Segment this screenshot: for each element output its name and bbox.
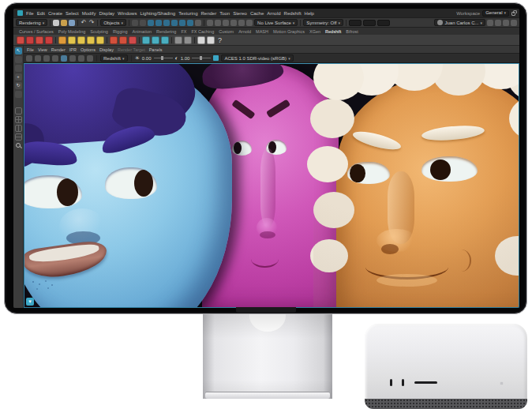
layout-split-pane-icon[interactable] [15, 133, 22, 141]
snap-view-plane-icon[interactable] [163, 20, 170, 26]
rs-help-icon[interactable]: ? [216, 36, 223, 44]
menu-set-dropdown[interactable]: Rendering ▾ [16, 19, 47, 26]
panel-popup-icon[interactable]: ▾ [26, 298, 34, 306]
menu-redshift[interactable]: Redshift [284, 11, 302, 16]
live-surface-dropdown[interactable]: No Live Surface ▾ [254, 19, 298, 26]
menu-display[interactable]: Display [99, 11, 114, 16]
tab-poly-modeling[interactable]: Poly Modeling [58, 29, 86, 34]
rs-area-light-icon[interactable] [68, 36, 76, 44]
gamma-slider[interactable] [192, 58, 211, 58]
input-field-x[interactable] [349, 20, 362, 26]
redo-icon[interactable]: ↷ [88, 20, 95, 26]
select-tool-icon[interactable]: ↖ [15, 47, 22, 54]
menu-render[interactable]: Render [201, 11, 217, 16]
tab-custom[interactable]: Custom [219, 29, 234, 34]
rs-volume-icon[interactable] [142, 36, 150, 44]
tool-settings-toggle-icon[interactable] [503, 20, 509, 26]
menu-texturing[interactable]: Texturing [178, 11, 197, 16]
exposure-value[interactable]: 0.00 [142, 56, 152, 61]
ipr-toggle-icon[interactable] [61, 55, 67, 62]
menu-edit[interactable]: Edit [37, 11, 45, 16]
tab-xgen[interactable]: XGen [309, 29, 320, 34]
rs-material-2-icon[interactable] [26, 36, 34, 44]
rs-material-4-icon[interactable] [45, 36, 53, 44]
layout-outliner-pane-icon[interactable] [15, 125, 22, 132]
selection-mask-dropdown[interactable]: Objects ▾ [100, 19, 126, 26]
tab-mash[interactable]: MASH [256, 29, 268, 34]
lasso-tool-icon[interactable] [15, 56, 22, 63]
panel-menu-render[interactable]: Render [51, 47, 66, 52]
rs-dome-light-icon[interactable] [96, 36, 104, 44]
snap-magnet-icon[interactable] [187, 20, 193, 26]
rs-render-view-icon[interactable] [174, 36, 182, 44]
tab-arnold[interactable]: Arnold [238, 29, 251, 34]
layout-four-pane-icon[interactable] [15, 116, 22, 123]
renderer-dropdown[interactable]: Redshift ▾ [100, 54, 128, 62]
tab-sculpting[interactable]: Sculpting [90, 29, 108, 34]
snap-grid-icon[interactable] [132, 20, 138, 26]
layout-single-pane-icon[interactable] [15, 107, 22, 114]
panel-menu-panels[interactable]: Panels [149, 47, 163, 52]
panel-menu-ipr[interactable]: IPR [69, 47, 77, 52]
rs-curve-icon[interactable] [119, 36, 127, 44]
snap-point-icon[interactable] [148, 20, 154, 26]
exposure-slider[interactable] [154, 58, 173, 58]
menu-create[interactable]: Create [48, 11, 62, 16]
hypershade-icon[interactable] [230, 20, 237, 26]
rs-environment-icon[interactable] [152, 36, 159, 44]
render-settings-icon[interactable] [223, 20, 229, 26]
sync-icon[interactable] [487, 20, 493, 26]
menu-lighting-shading[interactable]: Lighting/Shading [140, 11, 175, 16]
tab-redshift[interactable]: Redshift [325, 29, 341, 34]
rs-render-settings-icon[interactable] [184, 36, 192, 44]
render-current-frame-icon[interactable] [207, 20, 213, 26]
menu-toon[interactable]: Toon [219, 11, 230, 16]
rgb-channels-icon[interactable] [69, 55, 76, 62]
region-render-icon[interactable] [52, 55, 58, 62]
panel-menu-file[interactable]: File [27, 47, 34, 52]
paint-effects-icon[interactable] [246, 20, 253, 26]
input-field-z[interactable] [377, 20, 390, 26]
gamma-value[interactable]: 1.00 [181, 56, 190, 61]
panel-menu-options[interactable]: Options [81, 47, 96, 52]
workspace-dropdown[interactable]: General ▾ [482, 10, 509, 17]
symmetry-dropdown[interactable]: Symmetry: Off ▾ [303, 19, 343, 26]
rs-ies-light-icon[interactable] [58, 36, 66, 44]
save-scene-icon[interactable] [69, 20, 75, 26]
tab-rigging[interactable]: Rigging [113, 29, 128, 34]
tab-motion-graphics[interactable]: Motion Graphics [273, 29, 305, 34]
rs-material-1-icon[interactable] [17, 36, 24, 44]
save-image-icon[interactable] [26, 55, 32, 62]
menu-file[interactable]: File [26, 11, 34, 16]
scale-tool-icon[interactable] [15, 91, 22, 98]
light-editor-icon[interactable] [238, 20, 245, 26]
snap-surface-icon[interactable] [179, 20, 185, 26]
zoom-actual-size-icon[interactable] [87, 55, 93, 62]
undo-icon[interactable]: ↶ [81, 20, 87, 26]
alpha-channel-icon[interactable] [78, 55, 84, 62]
rotate-tool-icon[interactable]: ↻ [15, 82, 22, 89]
construction-history-icon[interactable] [195, 20, 201, 26]
make-live-icon[interactable] [171, 20, 178, 26]
move-tool-icon[interactable]: + [15, 73, 22, 81]
rs-doc-2-icon[interactable] [207, 36, 215, 44]
render-viewport[interactable]: ▾ [24, 63, 519, 308]
menu-stereo[interactable]: Stereo [233, 11, 247, 16]
menu-select[interactable]: Select [66, 11, 79, 16]
rs-ipr-icon[interactable] [129, 36, 137, 44]
menu-help[interactable]: Help [305, 11, 314, 16]
rs-doc-1-icon[interactable] [197, 36, 205, 44]
snap-projected-center-icon[interactable] [155, 20, 162, 26]
tab-rendering[interactable]: Rendering [156, 29, 176, 34]
open-scene-icon[interactable] [61, 20, 67, 26]
rs-spot-light-icon[interactable] [77, 36, 85, 44]
tab-curves-surfaces[interactable]: Curves / Surfaces [19, 29, 54, 34]
open-image-icon[interactable] [35, 55, 41, 62]
ipr-render-icon[interactable] [215, 20, 221, 26]
workspace-lock-icon[interactable] [511, 12, 515, 16]
input-field-y[interactable] [363, 20, 376, 26]
tab-animation[interactable]: Animation [133, 29, 152, 34]
tab-fx-caching[interactable]: FX Caching [191, 29, 214, 34]
account-menu[interactable]: Juan Carlos C... ▾ [434, 19, 485, 26]
snapshot-icon[interactable] [43, 55, 50, 62]
